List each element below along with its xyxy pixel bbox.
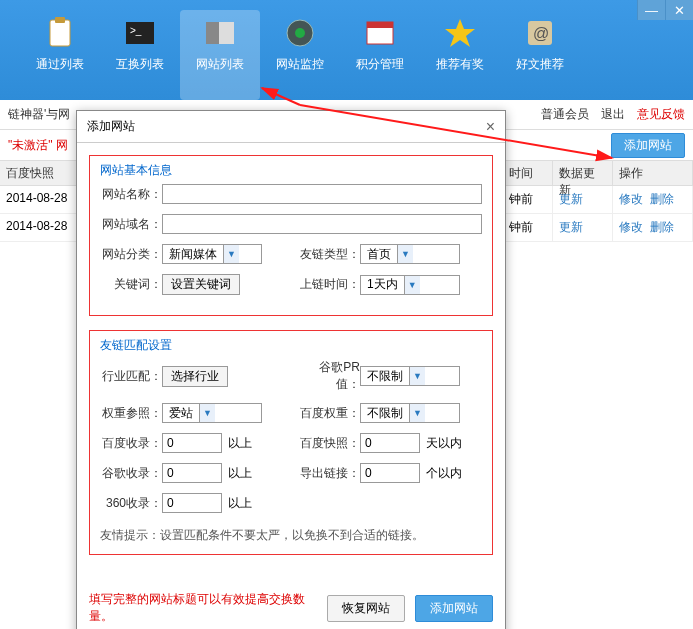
- site-name-input[interactable]: [162, 184, 482, 204]
- label-google-index: 谷歌收录：: [100, 465, 162, 482]
- star-icon: [443, 16, 477, 50]
- svg-marker-10: [445, 19, 475, 47]
- chevron-down-icon: ▼: [199, 404, 215, 422]
- footer-note: 填写完整的网站标题可以有效提高交换数量。: [89, 591, 317, 625]
- set-keyword-button[interactable]: 设置关键词: [162, 274, 240, 295]
- linktype-select[interactable]: 首页 ▼: [360, 244, 460, 264]
- baidu-weight-value: 不限制: [361, 405, 409, 422]
- export-link-input[interactable]: [360, 463, 420, 483]
- header-left-text: 链神器'与网: [8, 106, 70, 123]
- weight-ref-select[interactable]: 爱站 ▼: [162, 403, 262, 423]
- update-link[interactable]: 更新: [559, 192, 583, 206]
- baidu-weight-select[interactable]: 不限制 ▼: [360, 403, 460, 423]
- split-icon: [203, 16, 237, 50]
- baidu-snapshot-input[interactable]: [360, 433, 420, 453]
- close-button[interactable]: ✕: [665, 0, 693, 20]
- terminal-icon: >_: [123, 16, 157, 50]
- logout-link[interactable]: 退出: [601, 106, 625, 123]
- idx360-input[interactable]: [162, 493, 222, 513]
- label-uptime: 上链时间：: [296, 276, 360, 293]
- svg-point-7: [295, 28, 305, 38]
- label-baidu-weight: 百度权重：: [296, 405, 360, 422]
- label-industry: 行业匹配：: [100, 368, 162, 385]
- toolbar-label: 通过列表: [36, 56, 84, 73]
- svg-text:@: @: [533, 25, 549, 42]
- tip-text: 友情提示：设置匹配条件不要太严，以免换不到合适的链接。: [100, 523, 482, 544]
- update-link[interactable]: 更新: [559, 220, 583, 234]
- label-category: 网站分类：: [100, 246, 162, 263]
- cell-date: 2014-08-28: [0, 214, 80, 241]
- label-linktype: 友链类型：: [296, 246, 360, 263]
- fieldset-match-settings: 友链匹配设置 行业匹配： 选择行业 谷歌PR值： 不限制 ▼ 权重参照：: [89, 330, 493, 555]
- toolbar-item-article[interactable]: @ 好文推荐: [500, 10, 580, 100]
- category-value: 新闻媒体: [163, 246, 223, 263]
- label-baidu-snapshot: 百度快照：: [296, 435, 360, 452]
- chevron-down-icon: ▼: [397, 245, 413, 263]
- category-select[interactable]: 新闻媒体 ▼: [162, 244, 262, 264]
- label-export-link: 导出链接：: [296, 465, 360, 482]
- label-baidu-index: 百度收录：: [100, 435, 162, 452]
- toolbar-label: 推荐有奖: [436, 56, 484, 73]
- delete-link[interactable]: 删除: [650, 192, 674, 206]
- cell-date: 2014-08-28: [0, 186, 80, 213]
- baidu-index-input[interactable]: [162, 433, 222, 453]
- circle-icon: [283, 16, 317, 50]
- clipboard-icon: [43, 16, 77, 50]
- calendar-icon: [363, 16, 397, 50]
- pr-value: 不限制: [361, 368, 409, 385]
- linktype-value: 首页: [361, 246, 397, 263]
- chevron-down-icon: ▼: [409, 367, 425, 385]
- uptime-select[interactable]: 1天内 ▼: [360, 275, 460, 295]
- delete-link[interactable]: 删除: [650, 220, 674, 234]
- suffix: 个以内: [426, 465, 462, 482]
- suffix: 天以内: [426, 435, 462, 452]
- svg-text:>_: >_: [130, 25, 142, 36]
- th-snapshot: 百度快照: [0, 161, 80, 185]
- label-pr: 谷歌PR值：: [296, 359, 360, 393]
- member-link[interactable]: 普通会员: [541, 106, 589, 123]
- add-site-button[interactable]: 添加网站: [611, 133, 685, 158]
- legend-basic: 网站基本信息: [100, 162, 172, 179]
- uptime-value: 1天内: [361, 276, 404, 293]
- toolbar-item-site-list[interactable]: 网站列表: [180, 10, 260, 100]
- svg-rect-9: [367, 22, 393, 28]
- site-domain-input[interactable]: [162, 214, 482, 234]
- chevron-down-icon: ▼: [223, 245, 239, 263]
- toolbar-label: 积分管理: [356, 56, 404, 73]
- modal-titlebar: 添加网站 ×: [77, 111, 505, 143]
- toolbar-label: 好文推荐: [516, 56, 564, 73]
- label-site-name: 网站名称：: [100, 186, 162, 203]
- fieldset-basic-info: 网站基本信息 网站名称： 网站域名： 网站分类： 新闻媒体 ▼ 友链类型：: [89, 155, 493, 316]
- chevron-down-icon: ▼: [404, 276, 420, 294]
- restore-site-button[interactable]: 恢复网站: [327, 595, 405, 622]
- toolbar-item-points[interactable]: 积分管理: [340, 10, 420, 100]
- modal-close-icon[interactable]: ×: [486, 118, 495, 136]
- at-icon: @: [523, 16, 557, 50]
- modal-footer: 填写完整的网站标题可以有效提高交换数量。 恢复网站 添加网站: [77, 581, 505, 629]
- toolbar-item-pass-list[interactable]: 通过列表: [20, 10, 100, 100]
- chevron-down-icon: ▼: [409, 404, 425, 422]
- suffix: 以上: [228, 465, 252, 482]
- google-index-input[interactable]: [162, 463, 222, 483]
- select-industry-button[interactable]: 选择行业: [162, 366, 228, 387]
- toolbar-label: 互换列表: [116, 56, 164, 73]
- edit-link[interactable]: 修改: [619, 192, 643, 206]
- toolbar-item-exchange-list[interactable]: >_ 互换列表: [100, 10, 180, 100]
- label-weight-ref: 权重参照：: [100, 405, 162, 422]
- legend-match: 友链匹配设置: [100, 337, 172, 354]
- label-site-domain: 网站域名：: [100, 216, 162, 233]
- add-site-submit-button[interactable]: 添加网站: [415, 595, 493, 622]
- minimize-button[interactable]: —: [637, 0, 665, 20]
- pr-select[interactable]: 不限制 ▼: [360, 366, 460, 386]
- toolbar-item-reward[interactable]: 推荐有奖: [420, 10, 500, 100]
- suffix: 以上: [228, 495, 252, 512]
- toolbar-item-monitor[interactable]: 网站监控: [260, 10, 340, 100]
- edit-link[interactable]: 修改: [619, 220, 643, 234]
- toolbar-label: 网站监控: [276, 56, 324, 73]
- weight-ref-value: 爱站: [163, 405, 199, 422]
- add-site-modal: 添加网站 × 网站基本信息 网站名称： 网站域名： 网站分类： 新闻媒体 ▼: [76, 110, 506, 629]
- th-ops: 操作: [613, 161, 693, 185]
- svg-rect-0: [50, 20, 70, 46]
- feedback-link[interactable]: 意见反馈: [637, 106, 685, 123]
- svg-rect-5: [206, 22, 219, 44]
